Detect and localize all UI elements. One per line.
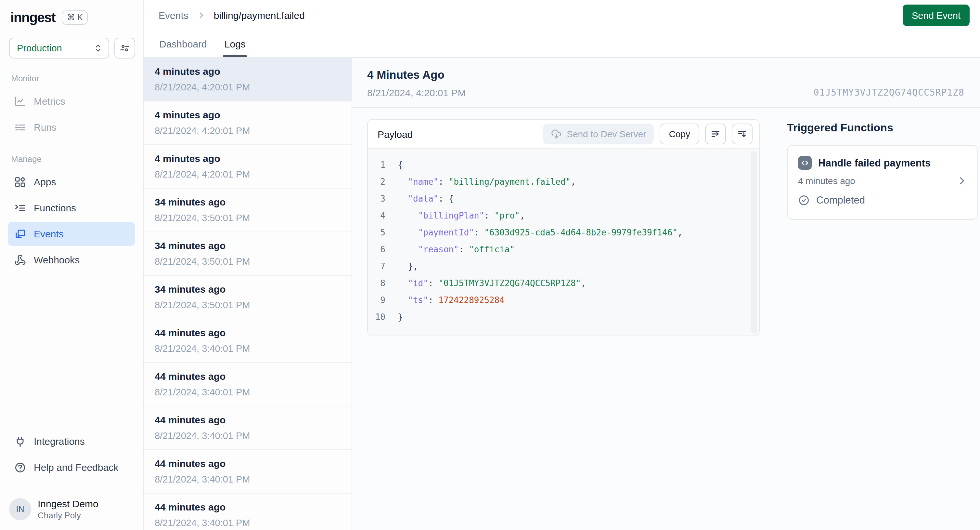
send-event-button[interactable]: Send Event xyxy=(903,5,970,26)
function-status: Completed xyxy=(816,195,865,206)
apps-grid-icon xyxy=(14,176,26,188)
events-windows-icon xyxy=(14,228,26,239)
event-timestamp: 8/21/2024, 4:20:01 PM xyxy=(155,82,340,93)
page-header: Events billing/payment.failed Send Event… xyxy=(144,0,980,58)
chevron-up-down-icon xyxy=(94,43,103,53)
tab-logs[interactable]: Logs xyxy=(224,30,246,57)
check-circle-icon xyxy=(798,195,810,206)
event-relative-time: 34 minutes ago xyxy=(155,284,340,295)
sidebar-item-label: Events xyxy=(34,228,64,239)
tab-dashboard[interactable]: Dashboard xyxy=(159,30,207,57)
cloud-down-icon xyxy=(551,129,562,139)
copy-button[interactable]: Copy xyxy=(660,124,699,144)
code-line: 9 "ts": 1724228925284 xyxy=(368,292,747,309)
section-label-monitor: Monitor xyxy=(11,73,132,83)
event-list-item[interactable]: 4 minutes ago 8/21/2024, 4:20:01 PM xyxy=(144,101,352,145)
inngest-logo: inngest xyxy=(10,10,55,26)
line-number: 2 xyxy=(368,174,398,190)
line-source: "paymentId": "6303d925-cda5-4d64-8b2e-99… xyxy=(398,224,682,241)
line-number: 10 xyxy=(368,309,398,326)
code-line: 7 }, xyxy=(368,258,747,275)
code-line: 2 "name": "billing/payment.failed", xyxy=(368,174,747,190)
chevron-right-icon xyxy=(197,10,205,21)
event-list-item[interactable]: 4 minutes ago 8/21/2024, 4:20:01 PM xyxy=(144,145,352,188)
triggered-function-card[interactable]: Handle failed payments 4 minutes ago xyxy=(787,145,978,220)
event-relative-time: 44 minutes ago xyxy=(155,371,340,382)
event-list-item[interactable]: 44 minutes ago 8/21/2024, 3:40:01 PM xyxy=(144,319,352,363)
sidebar-footer: Integrations Help and Feedback xyxy=(0,429,143,481)
event-list-item[interactable]: 44 minutes ago 8/21/2024, 3:40:01 PM xyxy=(144,450,352,493)
line-source: } xyxy=(398,309,403,326)
environment-value: Production xyxy=(17,43,62,53)
line-source: "id": "01J5TMY3VJTZ2QG74QCC5RP1Z8", xyxy=(398,275,586,292)
triggered-functions-panel: Triggered Functions Handle failed paymen… xyxy=(787,119,978,530)
sidebar-item-functions[interactable]: Functions xyxy=(8,196,135,220)
code-line: 3 "data": { xyxy=(368,190,747,208)
event-detail-timestamp: 8/21/2024, 4:20:01 PM xyxy=(367,87,466,98)
wrap-text-button[interactable] xyxy=(705,124,726,144)
event-list-item[interactable]: 34 minutes ago 8/21/2024, 3:50:01 PM xyxy=(144,188,352,232)
sidebar: inngest ⌘ K Production Monitor xyxy=(0,0,144,530)
event-list-item[interactable]: 44 minutes ago 8/21/2024, 3:40:01 PM xyxy=(144,363,352,406)
line-number: 5 xyxy=(368,224,398,241)
event-timestamp: 8/21/2024, 3:50:01 PM xyxy=(155,213,340,223)
line-source: "name": "billing/payment.failed", xyxy=(398,174,576,190)
help-circle-icon xyxy=(14,461,26,473)
chevron-right-icon xyxy=(957,176,967,186)
breadcrumb-current: billing/payment.failed xyxy=(214,10,305,21)
event-list-item[interactable]: 4 minutes ago 8/21/2024, 4:20:01 PM xyxy=(144,58,352,101)
sidebar-item-integrations[interactable]: Integrations xyxy=(8,429,135,453)
user-menu[interactable]: IN Inngest Demo Charly Poly xyxy=(0,490,143,530)
event-list-item[interactable]: 44 minutes ago 8/21/2024, 3:40:01 PM xyxy=(144,493,352,530)
event-list-item[interactable]: 34 minutes ago 8/21/2024, 3:50:01 PM xyxy=(144,276,352,319)
event-relative-time: 4 minutes ago xyxy=(155,109,340,120)
sidebar-item-webhooks[interactable]: Webhooks xyxy=(8,248,135,272)
sidebar-item-metrics[interactable]: Metrics xyxy=(8,89,135,113)
event-relative-time: 4 minutes ago xyxy=(155,153,340,164)
code-line: 10 } xyxy=(368,309,747,326)
sidebar-item-events[interactable]: Events xyxy=(8,222,135,246)
event-timestamp: 8/21/2024, 3:40:01 PM xyxy=(155,387,340,398)
function-code-icon xyxy=(798,156,812,170)
event-relative-time: 34 minutes ago xyxy=(155,240,340,251)
line-source: }, xyxy=(398,258,418,275)
code-line: 4 "billingPlan": "pro", xyxy=(368,208,747,224)
sliders-icon xyxy=(119,43,130,53)
event-list-item[interactable]: 34 minutes ago 8/21/2024, 3:50:01 PM xyxy=(144,232,352,276)
payload-json-viewer[interactable]: 1 { 2 "name": "billing/payment.failed", … xyxy=(368,149,759,335)
user-subtitle: Charly Poly xyxy=(38,511,99,520)
send-to-dev-server-button[interactable]: Send to Dev Server xyxy=(543,124,654,144)
line-number: 1 xyxy=(368,157,398,174)
line-source: { xyxy=(398,157,403,174)
sidebar-item-apps[interactable]: Apps xyxy=(8,170,135,194)
line-number: 4 xyxy=(368,208,398,224)
event-list-item[interactable]: 44 minutes ago 8/21/2024, 3:40:01 PM xyxy=(144,406,352,450)
event-list: 4 minutes ago 8/21/2024, 4:20:01 PM 4 mi… xyxy=(144,58,352,530)
event-detail: 4 Minutes Ago 8/21/2024, 4:20:01 PM 01J5… xyxy=(352,58,980,530)
line-source: "billingPlan": "pro", xyxy=(398,208,525,224)
event-timestamp: 8/21/2024, 3:50:01 PM xyxy=(155,256,340,267)
code-line: 5 "paymentId": "6303d925-cda5-4d64-8b2e-… xyxy=(368,224,747,241)
sidebar-item-help-and-feedback[interactable]: Help and Feedback xyxy=(8,455,135,479)
environment-select[interactable]: Production xyxy=(9,38,109,59)
sidebar-item-runs[interactable]: Runs xyxy=(8,115,135,139)
expand-payload-button[interactable] xyxy=(732,124,752,144)
event-detail-title: 4 Minutes Ago xyxy=(367,68,466,82)
event-id: 01J5TMY3VJTZ2QG74QCC5RP1Z8 xyxy=(814,87,964,98)
event-timestamp: 8/21/2024, 3:40:01 PM xyxy=(155,431,340,441)
function-name: Handle failed payments xyxy=(818,157,931,169)
environment-settings-button[interactable] xyxy=(115,38,135,59)
line-number: 9 xyxy=(368,292,398,309)
functions-list-icon xyxy=(14,202,26,214)
avatar: IN xyxy=(9,498,31,520)
tabs: Dashboard Logs xyxy=(144,30,980,57)
command-k-shortcut[interactable]: ⌘ K xyxy=(62,10,88,25)
breadcrumb-events[interactable]: Events xyxy=(159,10,188,21)
event-relative-time: 34 minutes ago xyxy=(155,196,340,208)
sidebar-nav: Monitor Metrics Runs Manage Apps xyxy=(0,59,143,274)
sidebar-item-label: Functions xyxy=(34,202,76,213)
line-number: 3 xyxy=(368,190,398,208)
event-relative-time: 44 minutes ago xyxy=(155,414,340,425)
event-timestamp: 8/21/2024, 4:20:01 PM xyxy=(155,126,340,136)
event-relative-time: 44 minutes ago xyxy=(155,458,340,469)
